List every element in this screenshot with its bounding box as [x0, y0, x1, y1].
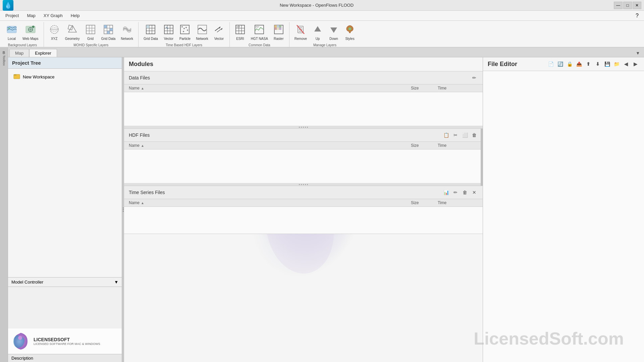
hdf-copy-btn[interactable]: 📋 [442, 131, 450, 139]
hdf-cut-btn[interactable]: ✂ [452, 131, 459, 139]
toolbar-btn-local[interactable]: Local [4, 22, 19, 42]
ts-sort-icon[interactable]: ▲ [141, 201, 144, 205]
svg-text:HGT: HGT [256, 26, 259, 28]
fe-reload-btn[interactable]: 🔄 [556, 60, 564, 68]
svg-rect-73 [14, 74, 16, 75]
licensed-soft-subtitle: LICENSED SOFTWARE FOR MAC & WINDOWS [34, 342, 100, 346]
toolbar-btn-up[interactable]: Up [310, 22, 325, 42]
toolbar-group-manage: Remove Up Down Styles Manage La [289, 22, 360, 47]
svg-point-41 [185, 27, 187, 28]
fe-save-btn[interactable]: 💾 [603, 60, 611, 68]
toolbar-btn-xyz[interactable]: XYZ [47, 22, 62, 42]
minimize-button[interactable]: — [614, 2, 623, 9]
data-files-sort-icon[interactable]: ▲ [141, 86, 144, 90]
tab-map[interactable]: Map [9, 49, 29, 57]
toolbar-btn-geometry[interactable]: Geometry [63, 22, 82, 42]
ts-edit-btn[interactable]: ✏ [452, 189, 459, 196]
modules-header: Modules [124, 57, 483, 71]
menu-bar: Project Map XY Graph Help ? [0, 11, 644, 21]
tab-expand-icon[interactable]: ▼ [633, 49, 643, 57]
data-files-resize[interactable] [124, 126, 483, 128]
fe-folder-btn[interactable]: 📁 [612, 60, 621, 68]
hdf-files-table-header: Name ▲ Size Time [124, 142, 483, 149]
hdf-files-sort-icon[interactable]: ▲ [141, 144, 144, 147]
sidebar-icon-toolbox[interactable]: Toolbox [0, 57, 8, 64]
common-label: Common Data [249, 43, 270, 47]
description-bar: Description [8, 354, 122, 362]
data-files-col-name: Name [129, 86, 140, 90]
toolbar-btn-network[interactable]: Network [118, 22, 136, 42]
help-icon[interactable]: ? [632, 11, 643, 20]
svg-point-42 [187, 29, 188, 31]
toolbar-btn-esri[interactable]: SHP ESRI [232, 22, 248, 42]
hdf-delete-btn[interactable]: 🗑 [471, 131, 478, 139]
licensed-soft-title: LICENSEDSOFT [34, 337, 100, 342]
svg-rect-58 [274, 25, 277, 27]
hdf-files-actions: 📋 ✂ ⬜ 🗑 [442, 131, 478, 139]
fe-back-btn[interactable]: ◀ [622, 60, 630, 68]
hdf-paste-btn[interactable]: ⬜ [461, 131, 469, 139]
left-sidebar: B Toolbox [0, 48, 8, 362]
window-controls: — □ ✕ [614, 2, 641, 9]
geometry-icon [67, 24, 78, 36]
grid-icon [85, 24, 96, 36]
toolbar-btn-down[interactable]: Down [326, 22, 341, 42]
hdf-right-handle[interactable] [481, 129, 483, 186]
model-controller-header[interactable]: Model Controller ▼ [8, 278, 122, 287]
data-files-edit-btn[interactable]: ✏ [471, 74, 478, 81]
svg-point-43 [183, 31, 184, 32]
tree-item-workspace[interactable]: New Workspace [11, 71, 119, 82]
network-icon [122, 24, 132, 36]
mohid-label: MOHID Specific Layers [73, 43, 108, 47]
menu-project[interactable]: Project [1, 12, 23, 19]
svg-rect-63 [279, 27, 281, 30]
svg-point-71 [348, 27, 351, 30]
toolbar-btn-hdf-vector2[interactable]: Vector [211, 22, 227, 42]
toolbar-btn-hdf-vector[interactable]: Vector [161, 22, 176, 42]
menu-map[interactable]: Map [23, 12, 39, 19]
fe-lock-btn[interactable]: 🔒 [566, 60, 574, 68]
ts-delete-btn[interactable]: 🗑 [461, 189, 469, 196]
hdf-files-col-time: Time [438, 143, 478, 148]
toolbar-btn-hdf-grid[interactable]: Grid Data [141, 22, 160, 42]
hdf-files-content [124, 149, 483, 183]
toolbar-btn-particle[interactable]: Particle [177, 22, 193, 42]
toolbar-btn-remove[interactable]: Remove [292, 22, 309, 42]
fe-up-btn[interactable]: ⬆ [584, 60, 592, 68]
ts-close-btn[interactable]: ✕ [471, 189, 478, 196]
particle-icon [179, 24, 190, 36]
toolbar-btn-raster[interactable]: Raster [271, 22, 286, 42]
section-data-files: Data Files ✏ Name ▲ Size Time [124, 71, 483, 129]
toolbar-btn-grid[interactable]: Grid [83, 22, 98, 42]
svg-line-37 [166, 27, 168, 29]
ts-chart-btn[interactable]: 📊 [442, 189, 450, 196]
workspace-icon [13, 73, 20, 81]
svg-marker-69 [314, 26, 321, 32]
toolbar-group-background-layers: Local + Web Maps Background Layers [1, 22, 44, 47]
hdf-files-resize[interactable] [124, 183, 483, 186]
tab-explorer[interactable]: Explorer [29, 49, 57, 57]
ts-col-size: Size [411, 200, 438, 205]
window-title: New Workspace - OpenFlows FLOOD [19, 3, 614, 8]
fe-export-btn[interactable]: 📤 [575, 60, 583, 68]
fe-forward-btn[interactable]: ▶ [631, 60, 639, 68]
nasa-label: HGT NASA [251, 37, 268, 41]
toolbar-btn-nasa[interactable]: HGT HGT NASA [249, 22, 270, 42]
particle-label: Particle [179, 37, 191, 41]
resize-dot-3 [123, 211, 124, 212]
toolbar-btn-grid-data[interactable]: Grid Data [99, 22, 118, 42]
web-maps-icon: + [25, 24, 36, 36]
center-panel: Modules Data Files ✏ Name ▲ Si [124, 57, 483, 362]
maximize-button[interactable]: □ [623, 2, 632, 9]
fe-down-btn[interactable]: ⬇ [594, 60, 602, 68]
time-series-actions: 📊 ✏ 🗑 ✕ [442, 189, 478, 196]
ts-col-time: Time [438, 200, 478, 205]
toolbar-btn-hdf-network[interactable]: Network [194, 22, 211, 42]
toolbar-btn-web-maps[interactable]: + Web Maps [20, 22, 41, 42]
remove-label: Remove [294, 37, 307, 41]
menu-help[interactable]: Help [67, 12, 84, 19]
fe-new-btn[interactable]: 📄 [547, 60, 555, 68]
close-button[interactable]: ✕ [633, 2, 641, 9]
menu-xy-graph[interactable]: XY Graph [40, 12, 67, 19]
toolbar-btn-styles[interactable]: Styles [342, 22, 358, 42]
